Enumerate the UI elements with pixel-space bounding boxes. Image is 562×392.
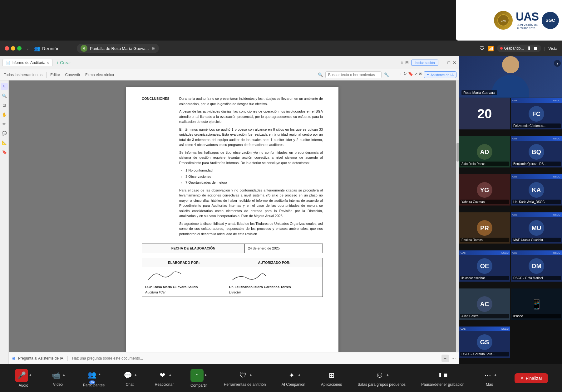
- stop-recording-icon[interactable]: ⏹: [533, 46, 538, 51]
- react-icon[interactable]: ❤: [157, 370, 168, 381]
- email-icon[interactable]: ✉: [419, 71, 422, 78]
- doc-page[interactable]: CONCLUSIONES Durante la auditoría no se …: [9, 80, 456, 364]
- breakout-rooms-control[interactable]: ⚇ ▲ Salas para grupos pequeños: [358, 370, 406, 387]
- search-input[interactable]: [325, 71, 382, 78]
- info-icon[interactable]: ℹ: [401, 60, 403, 65]
- video-chevron-icon[interactable]: ▲: [62, 373, 65, 376]
- refresh-icon[interactable]: ↻: [403, 71, 407, 78]
- chat-chevron-icon[interactable]: ▲: [134, 373, 137, 376]
- react-chevron-icon[interactable]: ▲: [169, 373, 172, 376]
- apps-icon-group[interactable]: ⊞: [326, 370, 337, 381]
- measure-tool[interactable]: 📐: [1, 139, 8, 146]
- host-icon[interactable]: 🛡: [237, 370, 249, 381]
- minimize-button[interactable]: [11, 46, 15, 51]
- maximize-button[interactable]: [17, 46, 22, 51]
- bookmark-icon[interactable]: 🔖: [408, 71, 413, 78]
- more-icon-group[interactable]: ⋯ ▲: [482, 370, 497, 381]
- pdf-content-area: ↖ 🔍 ⊡ ✋ ✏ 💬 📐 🔖 CONCLUSIONES Durante la …: [0, 80, 459, 364]
- pause-recording-icon[interactable]: ⏸: [526, 46, 531, 51]
- ai-prompt-input[interactable]: [72, 356, 439, 361]
- apps-control[interactable]: ⊞ Aplicaciones: [321, 370, 342, 387]
- video-icon[interactable]: 📹: [50, 370, 62, 381]
- uas-tagline: CON VISIÓN DEFUTURO 2025: [516, 23, 538, 30]
- cursor-tool[interactable]: ↖: [1, 83, 8, 90]
- annotate-tool[interactable]: ✏: [1, 120, 8, 127]
- share-icon[interactable]: ↑: [190, 369, 204, 382]
- more-control[interactable]: ⋯ ▲ Más: [480, 370, 499, 387]
- pause-rec-icon-group[interactable]: ⏸⏹: [437, 370, 448, 381]
- ai-companion-control[interactable]: ✦ ▲ AI Companion: [282, 370, 305, 387]
- ai-chevron-icon[interactable]: ▲: [298, 373, 301, 376]
- rooms-icon-group[interactable]: ⚇ ▲: [374, 370, 389, 381]
- hand-tool[interactable]: ✋: [1, 111, 8, 118]
- ai-icon-group[interactable]: ✦ ▲: [286, 370, 301, 381]
- participants-icon-group[interactable]: 👥 ▲: [86, 369, 101, 380]
- react-control[interactable]: ❤ ▲ Reaccionar: [155, 370, 174, 387]
- convert-button[interactable]: Convertir: [64, 72, 81, 78]
- more-icon[interactable]: ⋯: [482, 370, 493, 381]
- window-controls[interactable]: [5, 46, 22, 51]
- participants-chevron-icon[interactable]: ▲: [98, 372, 101, 376]
- share-control[interactable]: ↑ ▲ Compartir: [189, 369, 208, 388]
- share-doc-icon[interactable]: ↗: [414, 71, 418, 78]
- share-icon-group[interactable]: ↑ ▲: [190, 369, 207, 382]
- participant-avatar: FC: [529, 106, 544, 122]
- rooms-chevron-icon[interactable]: ▲: [386, 373, 389, 376]
- pdf-sidebar: ↖ 🔍 ⊡ ✋ ✏ 💬 📐 🔖: [0, 80, 9, 364]
- doc-scrollbar[interactable]: [456, 80, 459, 364]
- ai-companion-icon[interactable]: ✦: [286, 370, 297, 381]
- react-icon-group[interactable]: ❤ ▲: [157, 370, 172, 381]
- back-icon[interactable]: ←: [393, 71, 397, 78]
- new-tab-button[interactable]: + Crear: [54, 60, 73, 66]
- rooms-icon[interactable]: ⚇: [374, 370, 385, 381]
- end-meeting-button[interactable]: ✕ Finalizar: [515, 373, 548, 383]
- comment-tool[interactable]: 💬: [1, 130, 8, 137]
- zoom-tool[interactable]: 🔍: [1, 92, 8, 99]
- chat-control[interactable]: 💬 ▲ Chat: [120, 370, 139, 387]
- video-control[interactable]: 📹 ▲ Vídeo: [48, 370, 67, 387]
- audio-icon-group[interactable]: 🎤 ▲: [15, 369, 32, 382]
- grid-view-icon[interactable]: ⊞: [405, 60, 409, 65]
- pause-recording-control[interactable]: ⏸⏹ Pausar/detener grabación: [421, 370, 464, 387]
- all-tools-button[interactable]: Todas las herramientas: [2, 72, 44, 78]
- maximize-doc-icon[interactable]: □: [448, 60, 450, 65]
- host-icon-group[interactable]: 🛡 ▲: [237, 370, 252, 381]
- end-meeting-control[interactable]: ✕ Finalizar: [515, 373, 548, 383]
- mute-icon[interactable]: 🎤: [15, 369, 28, 382]
- tools-icon[interactable]: 🔧: [384, 72, 389, 77]
- close-doc-icon[interactable]: ✕: [453, 60, 456, 65]
- para-1: Durante la auditoría no se presentaron i…: [179, 96, 323, 106]
- speaker-torso: [492, 75, 529, 98]
- ai-assistant-button[interactable]: ✦ Asistente de IA: [424, 71, 456, 78]
- minimize-doc-icon[interactable]: —: [441, 60, 445, 65]
- more-chevron-icon[interactable]: ▲: [494, 373, 497, 376]
- close-button[interactable]: [5, 46, 9, 51]
- options-icon[interactable]: ⊕: [151, 46, 155, 51]
- signature-button[interactable]: Firma electrónica: [84, 72, 115, 78]
- stamp-tool[interactable]: 🔖: [1, 148, 8, 155]
- chat-icon-group[interactable]: 💬 ▲: [122, 370, 137, 381]
- login-button[interactable]: Iniciar sesión: [411, 60, 438, 66]
- edit-button[interactable]: Editar: [49, 72, 61, 78]
- ai-more-options[interactable]: ⋯: [451, 356, 456, 361]
- participants-icon[interactable]: 👥: [86, 369, 97, 380]
- tab-close-icon[interactable]: ✕: [47, 61, 49, 65]
- select-tool[interactable]: ⊡: [1, 102, 8, 109]
- scroll-right-icon[interactable]: ›: [554, 60, 561, 67]
- host-chevron-icon[interactable]: ▲: [249, 373, 252, 376]
- apps-icon[interactable]: ⊞: [326, 370, 337, 381]
- video-icon-group[interactable]: 📹 ▲: [50, 370, 65, 381]
- pause-rec-icon[interactable]: ⏸⏹: [437, 370, 448, 381]
- scrollbar-thumb[interactable]: [456, 143, 459, 162]
- chat-icon[interactable]: 💬: [122, 370, 133, 381]
- host-tools-control[interactable]: 🛡 ▲ Herramientas de anfitrión: [224, 370, 266, 387]
- share-chevron-icon[interactable]: ▲: [204, 373, 207, 376]
- participants-control[interactable]: 👥 ▲ 40 Participantes: [83, 369, 105, 387]
- search-icon[interactable]: 🔍: [318, 72, 323, 77]
- forward-icon[interactable]: →: [398, 71, 402, 78]
- tile-header: UASDSGC: [511, 136, 562, 141]
- ai-prompt-submit[interactable]: →: [441, 355, 449, 362]
- audio-control[interactable]: 🎤 ▲ Audio: [14, 369, 33, 388]
- audio-chevron-icon[interactable]: ▲: [29, 373, 32, 376]
- pdf-tab-active[interactable]: 📄 Informe de Auditoría ✕: [2, 59, 52, 66]
